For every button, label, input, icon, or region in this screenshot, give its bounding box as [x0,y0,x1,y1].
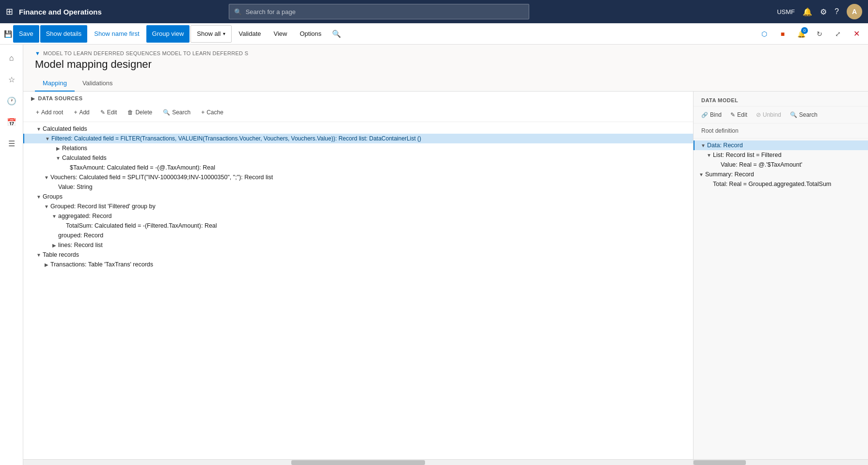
save-button[interactable]: Save [13,25,39,43]
dm-edit-icon: ✎ [730,111,735,118]
dm-tree-item-data-record[interactable]: ▼ Data: Record [694,140,868,150]
data-model-panel: DATA MODEL 🔗 Bind ✎ Edit ⊘ Unbind [694,92,868,465]
nav-right: USMF 🔔 ⚙ ? A [777,4,862,19]
toggle-calc-fields[interactable]: ▼ [35,126,43,132]
dm-tree-item-total[interactable]: Total: Real = Grouped.aggregated.TotalSu… [694,179,868,189]
group-view-button[interactable]: Group view [146,25,190,43]
tree-item-relations[interactable]: ▶ Relations [23,143,693,153]
tab-validations[interactable]: Validations [75,75,121,92]
toggle-calc-fields-2[interactable]: ▼ [54,155,62,161]
gear-icon[interactable]: ⚙ [820,7,827,16]
toggle-relations[interactable]: ▶ [54,146,62,151]
options-button[interactable]: Options [294,25,327,43]
chevron-down-icon: ▾ [223,31,225,36]
dm-tree-item-list[interactable]: ▼ List: Record list = Filtered [694,150,868,160]
show-details-button[interactable]: Show details [40,25,88,43]
dm-tree-item-summary[interactable]: ▼ Summary: Record [694,170,868,179]
content-area: ▼ MODEL TO LEARN DEFERRED SEQUENCES MODE… [23,45,868,465]
toggle-groups[interactable]: ▼ [35,194,43,200]
show-name-first-button[interactable]: Show name first [88,25,145,43]
office-icon[interactable]: ■ [775,26,790,42]
tree-item-table-records[interactable]: ▼ Table records [23,250,693,260]
delete-button[interactable]: 🗑 Delete [123,107,157,118]
grid-icon[interactable]: ⊞ [6,6,13,17]
tab-mapping[interactable]: Mapping [35,75,75,92]
tree-item-totalsum[interactable]: TotalSum: Calculated field = -(Filtered.… [23,221,693,231]
edit-icon: ✎ [100,109,105,116]
data-model-tree: ▼ Data: Record ▼ List: Record list = Fil… [694,139,868,459]
tree-item-calc-fields-2[interactable]: ▼ Calculated fields [23,153,693,163]
dm-scrollbar-thumb [694,460,746,465]
toggle-data-record[interactable]: ▼ [699,143,707,148]
toggle-vouchers[interactable]: ▼ [43,175,50,180]
main-container: ⌂ ☆ 🕐 📅 ☰ ▼ MODEL TO LEARN DEFERRED SEQU… [0,45,868,465]
toggle-summary[interactable]: ▼ [697,172,705,177]
dm-search-button[interactable]: 🔍 Search [786,109,821,120]
unbind-icon: ⊘ [756,111,761,118]
avatar[interactable]: A [847,4,862,19]
expand-icon[interactable]: ⤢ [830,26,846,42]
cache-button[interactable]: + Cache [196,107,228,118]
dm-tree-item-value-real[interactable]: Value: Real = @.'$TaxAmount' [694,160,868,170]
bell-icon[interactable]: 🔔 [803,7,812,16]
scrollbar-thumb [291,460,425,465]
validate-button[interactable]: Validate [233,25,267,43]
breadcrumb: ▼ MODEL TO LEARN DEFERRED SEQUENCES MODE… [35,50,856,56]
tree-item-tax-amount[interactable]: $TaxAmount: Calculated field = -(@.TaxAm… [23,163,693,172]
toggle-aggregated[interactable]: ▼ [50,214,58,219]
refresh-icon[interactable]: ↻ [812,26,827,42]
toolbar-right: ⬡ ■ 🔔 0 ↻ ⤢ ✕ [757,26,864,42]
dm-edit-button[interactable]: ✎ Edit [726,109,751,120]
sidebar-list-icon[interactable]: ☰ [2,134,21,153]
edit-button[interactable]: ✎ Edit [95,107,122,118]
search-icon-ds: 🔍 [163,109,170,116]
toggle-lines[interactable]: ▶ [50,243,58,248]
top-nav: ⊞ Finance and Operations 🔍 USMF 🔔 ⚙ ? A [0,0,868,23]
tree-item-filtered[interactable]: ▼ Filtered: Calculated field = FILTER(Tr… [23,134,693,143]
sidebar-home-icon[interactable]: ⌂ [2,48,21,68]
search-ds-button[interactable]: 🔍 Search [158,107,195,118]
filter-icon: ▼ [35,50,40,56]
search-toolbar-icon[interactable]: 🔍 [332,30,341,38]
data-model-section-header: DATA MODEL [694,92,868,107]
tree-item-grouped-record[interactable]: grouped: Record [23,231,693,240]
sidebar-recent-icon[interactable]: 🕐 [2,91,21,110]
tree-item-vouchers[interactable]: ▼ Vouchers: Calculated field = SPLIT("IN… [23,172,693,182]
dm-horizontal-scrollbar[interactable] [694,459,868,465]
toggle-transactions[interactable]: ▶ [43,262,50,267]
data-sources-section-header: ▶ DATA SOURCES [23,92,693,103]
tree-item-transactions[interactable]: ▶ Transactions: Table 'TaxTrans' records [23,260,693,269]
help-icon[interactable]: ? [835,7,839,16]
page-title: Model mapping designer [35,58,856,71]
tree-item-groups[interactable]: ▼ Groups [23,192,693,202]
horizontal-scrollbar[interactable] [23,459,693,465]
show-all-button[interactable]: Show all ▾ [190,25,232,43]
close-icon[interactable]: ✕ [849,26,864,42]
notification-badge-button[interactable]: 🔔 0 [793,26,809,42]
search-input[interactable] [246,8,524,16]
plus-icon: + [36,109,39,116]
unbind-button[interactable]: ⊘ Unbind [752,109,785,120]
expand-section-icon[interactable]: ▶ [31,96,35,101]
toggle-grouped[interactable]: ▼ [43,204,50,209]
sidebar-star-icon[interactable]: ☆ [2,70,21,89]
toggle-table-records[interactable]: ▼ [35,252,43,258]
tree-item-lines[interactable]: ▶ lines: Record list [23,240,693,250]
bookmark-icon[interactable]: ⬡ [757,26,772,42]
toggle-list[interactable]: ▼ [705,153,713,158]
root-definition-label: Root definition [694,124,868,139]
bind-button[interactable]: 🔗 Bind [697,109,726,120]
view-button[interactable]: View [268,25,293,43]
app-title: Finance and Operations [19,8,102,16]
tree-item-value-string[interactable]: Value: String [23,182,693,192]
add-button[interactable]: + Add [69,107,94,118]
sidebar-calendar-icon[interactable]: 📅 [2,112,21,132]
search-bar: 🔍 [229,4,529,19]
add-root-button[interactable]: + Add root [31,107,68,118]
toggle-filtered[interactable]: ▼ [44,136,51,141]
tree-item-aggregated[interactable]: ▼ aggregated: Record [23,211,693,221]
tree-item-grouped[interactable]: ▼ Grouped: Record list 'Filtered' group … [23,202,693,211]
plus-icon-2: + [74,109,77,116]
data-model-toolbar: 🔗 Bind ✎ Edit ⊘ Unbind 🔍 Search [694,107,868,124]
tree-item-calc-fields-root[interactable]: ▼ Calculated fields [23,124,693,134]
